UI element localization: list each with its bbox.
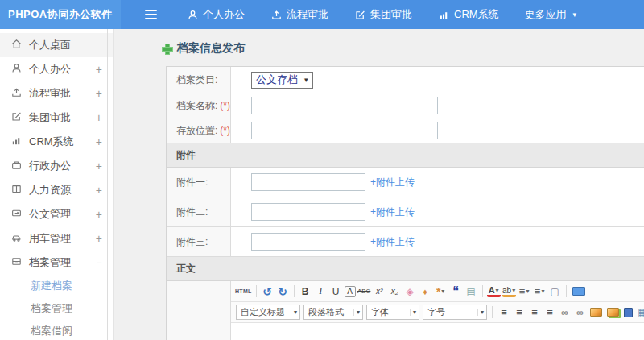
caret-down-icon: ▾ xyxy=(304,76,308,84)
expand-plus-icon[interactable]: + xyxy=(96,208,102,221)
fullscreen-icon[interactable] xyxy=(572,287,585,296)
sidebar-item-personal-desktop[interactable]: 个人桌面 xyxy=(0,33,113,57)
attachment-1-input[interactable] xyxy=(251,173,365,191)
sidebar-scrollbar[interactable] xyxy=(107,29,108,340)
superscript-button[interactable]: x² xyxy=(373,284,386,300)
insert-image-icon[interactable] xyxy=(590,308,602,317)
sidebar-item-label: 行政办公 xyxy=(29,159,96,173)
insert-link-icon[interactable]: ∞ xyxy=(558,305,572,321)
sidebar-subitem-archive-borrow[interactable]: 档案借阅 xyxy=(0,320,113,340)
remove-link-icon[interactable]: ∞ xyxy=(573,305,587,321)
sidebar-subitem-new-archive[interactable]: 新建档案 xyxy=(0,275,113,297)
category-select[interactable]: 公文存档 ▾ xyxy=(251,72,313,89)
align-justify-icon[interactable]: ≡ xyxy=(543,305,556,321)
attachment-1-upload-link[interactable]: +附件上传 xyxy=(370,176,415,189)
eraser-icon[interactable]: ◈ xyxy=(403,284,417,300)
underline-button[interactable]: U xyxy=(329,284,343,300)
format-brush-icon[interactable]: ♦ xyxy=(419,284,432,300)
expand-plus-icon[interactable]: + xyxy=(96,63,102,76)
attachment-3-upload-link[interactable]: +附件上传 xyxy=(370,235,415,249)
attachment-3-label: 附件三: xyxy=(167,227,231,256)
collapse-minus-icon[interactable]: − xyxy=(96,256,102,269)
upload-icon xyxy=(10,86,29,101)
font-color-button[interactable]: A▾ xyxy=(487,285,501,297)
attachment-2-label: 附件二: xyxy=(167,197,231,226)
sidebar-item-personal-office[interactable]: 个人办公 + xyxy=(0,57,113,81)
undo-icon[interactable]: ↺ xyxy=(261,284,275,300)
nav-item-group-approval[interactable]: 集团审批 xyxy=(345,0,422,29)
insert-table-icon[interactable]: ▦ xyxy=(636,305,644,321)
top-nav: 个人办公 流程审批 集团审批 CRM系统 更多应用 ▾ xyxy=(177,0,586,29)
hamburger-menu-icon[interactable] xyxy=(132,0,169,29)
expand-plus-icon[interactable]: + xyxy=(96,135,102,148)
nav-label: 流程审批 xyxy=(287,7,328,22)
nav-item-more-apps[interactable]: 更多应用 ▾ xyxy=(515,0,587,29)
font-style-button[interactable]: A xyxy=(345,286,356,297)
car-icon xyxy=(10,231,29,246)
redo-icon[interactable]: ↻ xyxy=(276,284,290,300)
attachment-2-upload-link[interactable]: +附件上传 xyxy=(370,205,415,219)
unordered-list-button[interactable]: ≡▾ xyxy=(533,284,547,300)
insert-media-icon[interactable] xyxy=(624,308,633,317)
sidebar-item-label: 人力资源 xyxy=(29,183,96,197)
editor-content-area[interactable] xyxy=(231,323,644,340)
sidebar-item-document-mgmt[interactable]: 公文管理 + xyxy=(0,202,113,226)
sidebar-item-group-approval[interactable]: 集团审批 + xyxy=(0,106,113,130)
subscript-button[interactable]: x₂ xyxy=(388,284,402,300)
sidebar-subitem-archive-mgmt[interactable]: 档案管理 xyxy=(0,297,113,320)
briefcase-icon xyxy=(10,159,29,173)
bold-button[interactable]: B xyxy=(299,284,312,300)
storage-location-input[interactable] xyxy=(251,122,438,139)
attachment-3-input[interactable] xyxy=(251,233,365,251)
attachment-2-input[interactable] xyxy=(251,203,365,221)
expand-plus-icon[interactable]: + xyxy=(96,160,102,172)
nav-item-crm-system[interactable]: CRM系统 xyxy=(428,0,509,29)
sidebar-item-archive-mgmt[interactable]: 档案管理 − xyxy=(0,251,113,275)
nav-item-workflow-approval[interactable]: 流程审批 xyxy=(261,0,338,29)
sidebar-item-label: 个人办公 xyxy=(29,62,96,77)
ordered-list-button[interactable]: ≡▾ xyxy=(518,284,531,300)
strikethrough-button[interactable]: ABC xyxy=(357,284,371,300)
paragraph-format-select[interactable]: 段落格式▾ xyxy=(303,305,363,320)
highlight-color-button[interactable]: ab▾ xyxy=(502,285,516,297)
form-row-attachment-2: 附件二: +附件上传 xyxy=(167,197,644,227)
font-size-select[interactable]: 字号▾ xyxy=(423,305,487,320)
expand-plus-icon[interactable]: + xyxy=(96,87,102,100)
expand-plus-icon[interactable]: + xyxy=(96,232,102,245)
upload-image-icon[interactable] xyxy=(607,308,619,317)
align-right-icon[interactable]: ≡ xyxy=(527,305,541,321)
align-left-icon[interactable]: ≡ xyxy=(497,305,510,321)
italic-button[interactable]: I xyxy=(314,284,328,300)
form-row-attachment-3: 附件三: +附件上传 xyxy=(167,227,644,257)
html-source-button[interactable]: HTML xyxy=(235,284,252,300)
nav-item-personal-office[interactable]: 个人办公 xyxy=(177,0,254,29)
archive-name-input[interactable] xyxy=(251,97,438,114)
align-center-icon[interactable]: ≡ xyxy=(512,305,526,321)
sidebar-item-vehicle-mgmt[interactable]: 用车管理 + xyxy=(0,226,113,251)
category-label: 档案类目: xyxy=(167,67,231,93)
sidebar-item-label: 集团审批 xyxy=(29,110,96,125)
body-section-header: 正文 xyxy=(167,257,644,281)
custom-heading-select[interactable]: 自定义标题▾ xyxy=(236,305,300,320)
rich-text-editor: HTML ↺ ↻ B I U A ABC x² x₂ ◈ ♦ xyxy=(231,281,644,340)
paste-icon[interactable]: ▤ xyxy=(464,284,478,300)
location-label: 存放位置: xyxy=(176,124,217,138)
sidebar-item-workflow-approval[interactable]: 流程审批 + xyxy=(0,81,113,106)
blockquote-icon[interactable]: “ xyxy=(449,284,463,300)
required-mark: (*) xyxy=(220,100,230,111)
expand-plus-icon[interactable]: + xyxy=(96,111,102,124)
required-mark: (*) xyxy=(220,125,230,136)
home-icon xyxy=(10,38,29,52)
body-editor-label-cell xyxy=(167,281,231,340)
sidebar: 个人桌面 个人办公 + 流程审批 + 集团审批 + CRM系统 + 行政办公 + xyxy=(0,29,113,340)
sidebar-item-admin-office[interactable]: 行政办公 + xyxy=(0,154,113,178)
sidebar-item-crm-system[interactable]: CRM系统 + xyxy=(0,130,113,154)
expand-plus-icon[interactable]: + xyxy=(96,184,102,197)
new-document-icon[interactable]: ▢ xyxy=(548,284,562,300)
autoformat-icon[interactable]: *▾ xyxy=(434,284,448,300)
attachments-section-header: 附件 xyxy=(167,143,644,168)
sidebar-item-hr[interactable]: 人力资源 + xyxy=(0,178,113,202)
font-family-select[interactable]: 字体▾ xyxy=(366,305,419,320)
edit-icon xyxy=(10,110,29,125)
sidebar-item-label: 档案管理 xyxy=(29,255,96,270)
